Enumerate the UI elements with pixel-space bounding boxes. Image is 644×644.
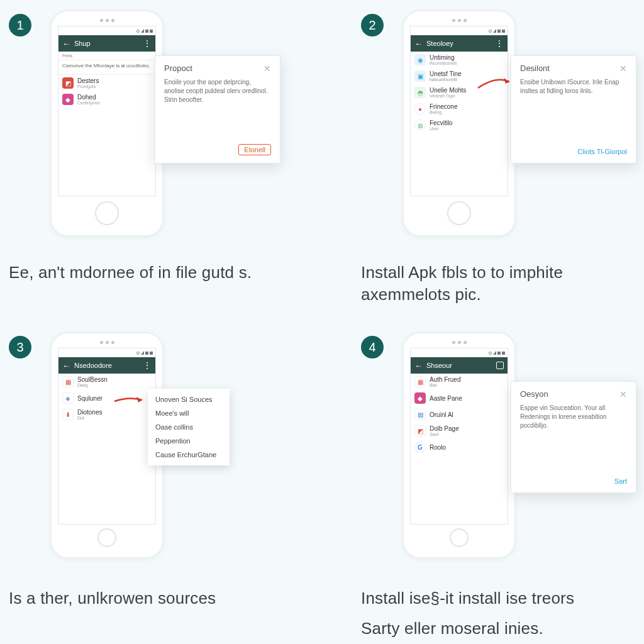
app-icon: ⬇ xyxy=(62,409,74,420)
app-list: ◩ DestersFrontgols ◆ DohedCentidyond xyxy=(58,75,155,196)
phone-mock-3: ← Nsedoodore ⋮ ▦ SoulBessnDaeq ◈ Squlune… xyxy=(50,332,164,558)
close-icon[interactable]: ✕ xyxy=(264,64,271,73)
app-list: ▦ SoulBessnDaeq ◈ Squluner ⬇ DiotonesDut xyxy=(58,374,155,524)
step-badge-1: 1 xyxy=(9,14,31,36)
context-menu: Unoven Si Souces Moee's will Oase collin… xyxy=(148,389,230,465)
home-button[interactable] xyxy=(97,528,116,547)
home-button[interactable] xyxy=(95,201,119,225)
dialog-body: Esppe vin Souceation. Your all Redenings… xyxy=(520,404,627,430)
list-item[interactable]: ◍ FecvitiloUser xyxy=(411,117,508,133)
status-bar xyxy=(411,26,508,35)
close-icon[interactable]: ✕ xyxy=(619,64,627,73)
menu-item[interactable]: Moee's will xyxy=(148,406,230,420)
list-item[interactable]: ◩ Dolb PageSaot xyxy=(411,423,508,439)
list-item[interactable]: ▦ SoulBessnDaeq xyxy=(58,374,155,390)
app-icon: ● xyxy=(414,103,426,114)
dialog-1: Propoct ✕ Enoile your the aope delprcing… xyxy=(155,55,280,164)
appbar: ← Shup ⋮ xyxy=(58,35,155,52)
list-item[interactable]: ◩ DestersFrontgols xyxy=(58,75,155,91)
list-item[interactable]: ▣ Unetsf TineNakoatfdorettt xyxy=(411,68,508,84)
status-bar xyxy=(58,348,155,357)
dialog-body: Enoile your the aope delprcing, anolise … xyxy=(164,78,271,104)
status-bar xyxy=(58,26,155,35)
step-caption-1: Ee, an't mdornee of in file gutd s. xyxy=(9,262,304,284)
dialog-title: Desilont xyxy=(520,64,616,73)
list-item[interactable]: ◈ Squluner xyxy=(58,390,155,406)
list-item[interactable]: ◆ DohedCentidyond xyxy=(58,91,155,108)
appbar: ← Nsedoodore ⋮ xyxy=(58,357,155,374)
app-icon: ▣ xyxy=(414,70,426,82)
back-icon[interactable]: ← xyxy=(414,362,423,370)
appbar-title: Nsedoodore xyxy=(74,362,139,369)
appbar: ← Steoloey ⋮ xyxy=(411,35,508,52)
step-badge-4: 4 xyxy=(361,336,384,358)
list-item[interactable]: ⬇ DiotonesDut xyxy=(58,406,155,423)
app-icon: ▦ xyxy=(414,376,426,387)
app-icon: ◆ xyxy=(62,94,74,105)
appbar-title: Steoloey xyxy=(426,40,491,47)
app-icon: ◉ xyxy=(414,54,426,65)
dialog-body: Ensibe Unibown ISource. Irile Enap inslt… xyxy=(520,78,627,96)
subheader: Feira xyxy=(58,52,155,60)
google-icon: G xyxy=(414,441,426,453)
app-icon: ▦ xyxy=(62,376,74,387)
app-icon: ◩ xyxy=(62,77,74,89)
phone-mock-2: ← Steoloey ⋮ ◉ UntimingReondtesinett ▣ U… xyxy=(402,10,516,236)
app-list: ▦ Auth FruedBiel ◆ Aaste Pane ▤ Oruinl A… xyxy=(411,374,508,524)
appbar-title: Shup xyxy=(74,40,139,47)
home-button[interactable] xyxy=(447,201,471,225)
step-badge-2: 2 xyxy=(361,14,384,36)
status-bar xyxy=(411,348,508,357)
app-icon: ◆ xyxy=(414,392,426,404)
step-caption-4b: Sarty eller moseral inies. xyxy=(361,618,638,640)
menu-item[interactable]: Oase collins xyxy=(148,420,230,434)
list-item[interactable]: ▦ Auth FruedBiel xyxy=(411,374,508,390)
step-caption-4: Install ise§-it install ise treors xyxy=(361,587,638,609)
list-item[interactable]: ◆ Aaste Pane xyxy=(411,390,508,406)
dialog-2: Desilont ✕ Ensibe Unibown ISource. Irile… xyxy=(511,55,636,164)
close-icon[interactable]: ✕ xyxy=(619,390,627,399)
list-item[interactable]: G Roolo xyxy=(411,439,508,455)
app-icon: ◩ xyxy=(414,425,426,436)
dialog-action-button[interactable]: Etonell xyxy=(238,144,271,155)
menu-item[interactable]: Peppention xyxy=(148,434,230,448)
appbar: ← Shseour xyxy=(411,357,508,374)
menu-item[interactable]: Cause ErchurGtane xyxy=(148,448,230,462)
back-icon[interactable]: ← xyxy=(62,40,70,48)
step-caption-3: Is a ther, unlkrowen sources xyxy=(9,587,304,609)
dialog-title: Oesyon xyxy=(520,389,616,399)
list-item[interactable]: ● FrineconeBwing xyxy=(411,101,508,117)
dialog-title: Propoct xyxy=(164,64,260,73)
app-icon: ◓ xyxy=(414,87,426,98)
overflow-menu-icon[interactable]: ⋮ xyxy=(143,39,152,48)
app-icon: ◍ xyxy=(414,119,426,131)
list-item[interactable]: ▤ Oruinl Al xyxy=(411,406,508,423)
back-icon[interactable]: ← xyxy=(414,40,423,48)
dialog-link[interactable]: Cliots Tl-Giorpol xyxy=(577,148,627,155)
app-icon: ◈ xyxy=(62,392,74,404)
dialog-link[interactable]: Sart xyxy=(614,477,627,485)
step-caption-2: Install Apk fbls to to imphite axemmelot… xyxy=(361,262,638,306)
overflow-menu-icon[interactable]: ⋮ xyxy=(143,361,152,370)
list-item[interactable]: ◓ Unelie MohtsVinenrit Tiqin xyxy=(411,84,508,101)
grid-icon[interactable] xyxy=(496,362,504,369)
list-item[interactable]: ◉ UntimingReondtesinett xyxy=(411,52,508,68)
phone-mock-1: ← Shup ⋮ Feira Camonve the Mfordaye is a… xyxy=(50,10,164,236)
appbar-title: Shseour xyxy=(426,362,492,369)
description-text: Camonve the Mfordaye is al ocodlloles. xyxy=(58,60,155,75)
dialog-4: Oesyon ✕ Esppe vin Souceation. Your all … xyxy=(511,381,636,493)
phone-mock-4: ← Shseour ▦ Auth FruedBiel ◆ Aaste Pane … xyxy=(402,332,516,558)
app-icon: ▤ xyxy=(414,409,426,420)
overflow-menu-icon[interactable]: ⋮ xyxy=(495,39,504,48)
menu-item[interactable]: Unoven Si Souces xyxy=(148,392,230,406)
home-button[interactable] xyxy=(450,528,469,547)
app-list: ◉ UntimingReondtesinett ▣ Unetsf TineNak… xyxy=(411,52,508,196)
back-icon[interactable]: ← xyxy=(62,362,70,370)
step-badge-3: 3 xyxy=(9,336,31,358)
